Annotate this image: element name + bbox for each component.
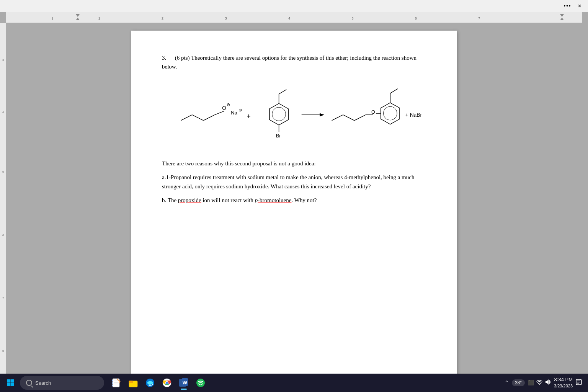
taskbar-search[interactable]: Search xyxy=(20,376,104,390)
svg-text:O: O xyxy=(222,105,226,111)
svg-rect-28 xyxy=(7,379,11,383)
svg-rect-30 xyxy=(7,383,11,387)
svg-point-10 xyxy=(272,107,286,121)
wifi-icon[interactable] xyxy=(536,379,542,386)
svg-marker-53 xyxy=(546,379,549,385)
ruler-mark-6: 6 xyxy=(415,16,417,20)
bromotoluene-underlined: -bromotoluene xyxy=(258,197,291,203)
italic-p: p xyxy=(255,197,258,203)
svg-rect-42 xyxy=(129,381,133,383)
taskbar-app-files[interactable] xyxy=(126,375,141,390)
taskbar: Search xyxy=(0,374,588,392)
ruler-mark-0: | xyxy=(52,16,53,20)
question-text: (6 pts) Theoretically there are several … xyxy=(162,55,416,70)
svg-rect-31 xyxy=(11,383,15,387)
page-area: 3. (6 pts) Theoretically there are sever… xyxy=(6,23,582,374)
svg-text:W: W xyxy=(183,380,188,385)
ruler-right-slider[interactable] xyxy=(559,12,565,22)
search-icon xyxy=(26,380,32,386)
ruler-mark-2: 2 xyxy=(162,16,163,20)
svg-text:O: O xyxy=(371,109,375,115)
body-text-a: a.1-Propanol requires treatment with sod… xyxy=(162,173,426,191)
close-button[interactable]: ✕ xyxy=(574,1,585,11)
title-bar: ••• ✕ xyxy=(0,0,588,12)
svg-rect-29 xyxy=(11,379,15,383)
ruler-mark-4: 4 xyxy=(288,16,290,20)
volume-icon[interactable] xyxy=(545,379,551,386)
svg-line-3 xyxy=(215,111,224,115)
more-options-button[interactable]: ••• xyxy=(562,1,573,11)
svg-rect-34 xyxy=(112,382,113,384)
ruler-mark-1: 1 xyxy=(98,16,100,20)
title-bar-buttons: ••• ✕ xyxy=(562,1,585,11)
question-3: 3. (6 pts) Theoretically there are sever… xyxy=(162,54,426,71)
clock-date: 3/23/2023 xyxy=(554,383,573,389)
ruler: | 1 2 3 4 5 6 7 xyxy=(6,12,582,23)
svg-line-0 xyxy=(181,115,192,121)
body-text-b: b. The propoxide ion will not react with… xyxy=(162,196,426,205)
windows-logo-icon xyxy=(7,379,15,387)
svg-line-26 xyxy=(390,89,398,93)
system-tray: ⌃ 38° ⬛ xyxy=(505,376,585,389)
taskbar-app-chrome[interactable] xyxy=(159,375,175,390)
ruler-mark-7: 7 xyxy=(478,16,480,20)
monitor-icon[interactable]: ⬛ xyxy=(528,380,534,385)
taskbar-app-journal[interactable] xyxy=(109,375,124,390)
body-text-intro: There are two reasons why this second pr… xyxy=(162,159,426,168)
svg-line-2 xyxy=(203,115,215,121)
svg-point-52 xyxy=(539,384,540,385)
svg-line-19 xyxy=(354,115,366,121)
ruler-mark-3: 3 xyxy=(225,16,227,20)
question-number-label: 3. xyxy=(162,54,173,62)
svg-line-17 xyxy=(332,115,343,121)
svg-text:+ NaBr: + NaBr xyxy=(405,112,422,118)
svg-text:Na: Na xyxy=(231,110,237,116)
search-label: Search xyxy=(35,380,51,386)
start-button[interactable] xyxy=(3,375,18,390)
taskbar-app-spotify[interactable] xyxy=(193,375,208,390)
svg-rect-35 xyxy=(112,385,113,386)
taskbar-app-word[interactable]: W xyxy=(176,375,191,390)
clock-time: 8:34 PM xyxy=(554,376,573,383)
body-text-area: There are two reasons why this second pr… xyxy=(162,159,426,205)
ruler-mark-5: 5 xyxy=(351,16,353,20)
page-content: 3. (6 pts) Theoretically there are sever… xyxy=(131,31,457,374)
svg-text:⊖: ⊖ xyxy=(227,102,230,107)
propoxide-underlined: propoxide xyxy=(178,197,201,203)
svg-text:+: + xyxy=(247,113,251,120)
svg-line-1 xyxy=(192,115,204,121)
temperature-badge: 38° xyxy=(512,379,525,386)
clock[interactable]: 8:34 PM 3/23/2023 xyxy=(554,376,573,389)
document-container: | 1 2 3 4 5 6 7 3 4 5 6 7 8 xyxy=(0,12,582,374)
reaction-diagram: O ⊖ Na ⊕ + xyxy=(162,82,426,144)
ruler-slider[interactable] xyxy=(75,12,80,22)
svg-point-47 xyxy=(166,382,168,384)
reaction-svg: O ⊖ Na ⊕ + xyxy=(162,82,426,144)
svg-point-23 xyxy=(384,106,397,120)
svg-text:Br: Br xyxy=(276,133,281,139)
svg-line-12 xyxy=(279,90,287,94)
svg-rect-33 xyxy=(112,380,113,381)
taskbar-app-edge[interactable] xyxy=(142,375,158,390)
tray-icons: ⬛ xyxy=(528,379,551,386)
left-ruler: 3 4 5 6 7 8 xyxy=(0,23,6,374)
notification-icon[interactable] xyxy=(576,379,582,386)
svg-text:⊕: ⊕ xyxy=(238,108,242,112)
svg-line-18 xyxy=(343,115,354,121)
system-tray-expand-icon[interactable]: ⌃ xyxy=(505,380,509,385)
